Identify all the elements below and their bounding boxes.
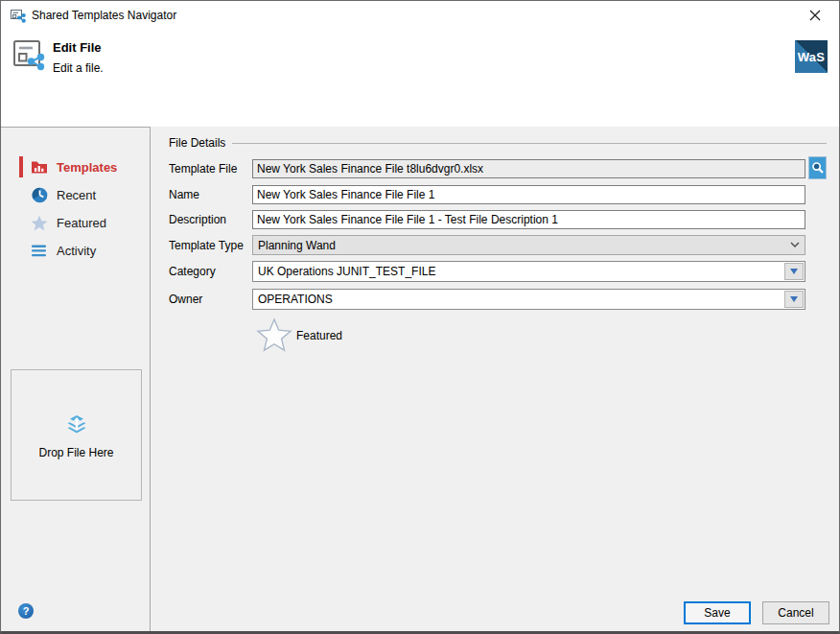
name-label: Name: [169, 188, 199, 201]
sidebar-item-label: Recent: [57, 188, 96, 202]
featured-label: Featured: [296, 329, 342, 342]
sidebar-item-recent[interactable]: Recent: [1, 184, 150, 205]
dropdown-arrow-button[interactable]: [784, 263, 804, 280]
featured-star-toggle[interactable]: [256, 317, 292, 355]
sidebar-item-label: Activity: [57, 244, 96, 258]
template-type-dropdown[interactable]: Planning Wand: [252, 235, 805, 255]
templates-folder-icon: [31, 158, 48, 176]
category-label: Category: [169, 265, 216, 278]
magnifier-icon: [811, 161, 825, 175]
name-input[interactable]: [252, 185, 805, 204]
sidebar-item-activity[interactable]: Activity: [1, 240, 150, 261]
template-type-label: Template Type: [169, 239, 244, 252]
sidebar-item-templates[interactable]: Templates: [1, 156, 150, 177]
owner-label: Owner: [169, 293, 202, 306]
drop-file-zone[interactable]: Drop File Here: [11, 369, 142, 501]
group-box-header: File Details: [169, 135, 827, 150]
category-value: UK Operations JUNIT_TEST_FILE: [253, 265, 783, 278]
owner-value: OPERATIONS: [253, 293, 783, 306]
close-icon: [809, 10, 821, 21]
app-icon: [11, 8, 26, 23]
activity-lines-icon: [31, 242, 48, 259]
page-title: Edit File: [53, 40, 102, 55]
was-logo: WaS: [795, 40, 828, 73]
category-dropdown[interactable]: UK Operations JUNIT_TEST_FILE: [252, 261, 805, 282]
sidebar: Templates Recent: [1, 128, 150, 631]
close-button[interactable]: [799, 1, 831, 30]
upload-layers-icon: [65, 414, 88, 440]
sidebar-item-label: Templates: [57, 160, 117, 175]
cancel-button[interactable]: Cancel: [762, 601, 829, 624]
triangle-down-icon: [790, 269, 798, 274]
help-icon[interactable]: ?: [18, 603, 34, 619]
page-header: Edit File Edit a file. WaS: [1, 30, 839, 127]
save-button[interactable]: Save: [684, 601, 751, 624]
sidebar-item-featured[interactable]: Featured: [1, 212, 150, 233]
window-title: Shared Templates Navigator: [32, 9, 176, 22]
template-file-label: Template File: [169, 162, 237, 176]
triangle-down-icon: [790, 296, 798, 302]
group-box-line: [232, 143, 827, 144]
star-icon: [31, 214, 48, 231]
title-bar: Shared Templates Navigator: [1, 1, 839, 30]
group-title: File Details: [169, 136, 225, 150]
dropzone-label: Drop File Here: [38, 446, 113, 459]
star-outline-icon: [256, 317, 292, 352]
page-subtitle: Edit a file.: [53, 61, 104, 75]
chevron-down-icon: [785, 242, 805, 248]
template-type-value: Planning Wand: [253, 239, 785, 252]
browse-button[interactable]: [808, 156, 827, 179]
clock-icon: [31, 186, 48, 203]
template-file-input[interactable]: [252, 159, 805, 178]
description-input[interactable]: [252, 210, 805, 229]
shared-templates-navigator-window: Shared Templates Navigator: [0, 0, 840, 634]
description-label: Description: [169, 213, 226, 226]
dropdown-arrow-button[interactable]: [784, 291, 804, 308]
sidebar-item-label: Featured: [57, 216, 106, 230]
sidebar-nav: Templates Recent: [1, 156, 150, 268]
file-details-panel: File Details Template File Name Descript…: [151, 127, 839, 631]
owner-dropdown[interactable]: OPERATIONS: [252, 289, 805, 310]
edit-file-icon: [12, 37, 47, 75]
